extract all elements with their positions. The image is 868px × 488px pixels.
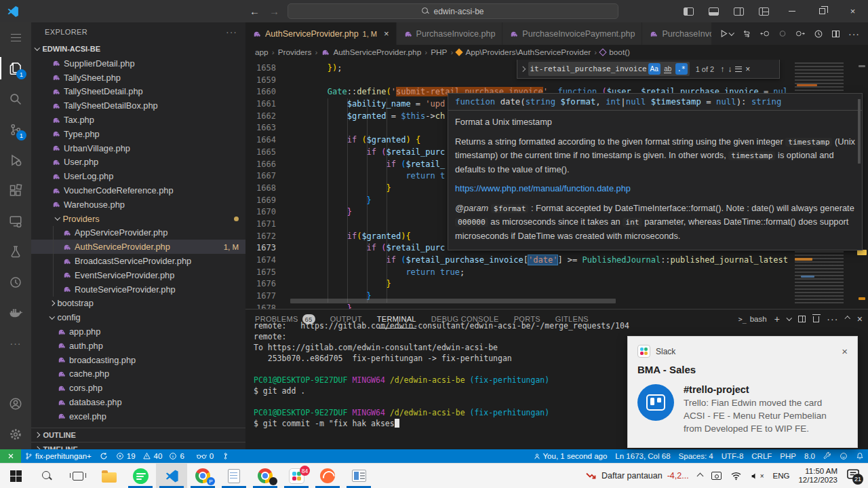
slack-notification-toast[interactable]: Slack × BMA - Sales #trello-project Trel…	[627, 336, 858, 448]
file-row[interactable]: Tax.php	[31, 113, 245, 127]
run-button[interactable]	[719, 29, 734, 38]
tooltip-scrollbar[interactable]	[858, 99, 861, 164]
horizontal-scrollbar[interactable]	[290, 299, 616, 303]
next-match-icon[interactable]: ↓	[728, 64, 732, 74]
indentation-setting[interactable]: Spaces: 4	[675, 449, 717, 463]
toggle-secondary-sidebar-icon[interactable]	[734, 7, 744, 16]
folder-row[interactable]: config	[31, 310, 245, 324]
more-views-icon[interactable]: ···	[0, 328, 31, 358]
file-row[interactable]: User.php	[31, 155, 245, 170]
file-row[interactable]: EventServiceProvider.php	[31, 268, 245, 282]
language-mode[interactable]: PHP	[776, 449, 800, 463]
file-explorer-icon[interactable]	[94, 464, 125, 488]
tray-expand-icon[interactable]	[696, 472, 703, 479]
file-row[interactable]: VoucherCodeReference.php	[31, 183, 245, 198]
close-panel-icon[interactable]: ×	[857, 314, 863, 324]
customize-layout-icon[interactable]	[759, 7, 769, 16]
editor-tab[interactable]: PurchaseInvoicePayment.php	[502, 22, 642, 45]
sync-changes-icon[interactable]	[742, 29, 751, 39]
back-button[interactable]: ←	[250, 5, 260, 17]
chrome-profile2-icon[interactable]	[250, 464, 281, 488]
split-editor-icon[interactable]	[832, 31, 840, 37]
volume-muted-icon[interactable]: ×	[751, 472, 764, 481]
run-dropdown-icon[interactable]	[728, 30, 734, 35]
toast-close-icon[interactable]: ×	[842, 345, 848, 357]
folder-row[interactable]: bootstrap	[31, 297, 245, 311]
slack-taskbar-icon[interactable]: 84	[281, 464, 312, 488]
whole-word-toggle[interactable]: ab	[662, 63, 674, 75]
previous-change-icon[interactable]	[760, 29, 770, 38]
spotify-icon[interactable]	[125, 464, 156, 488]
toggle-panel-icon[interactable]	[709, 7, 719, 16]
find-input[interactable]: it-retail_purchase_invoice Aa ab .*	[528, 62, 690, 76]
file-row[interactable]: BroadcastServiceProvider.php	[31, 254, 245, 268]
menu-icon[interactable]	[0, 22, 31, 53]
php-version[interactable]: 8.0	[800, 449, 819, 463]
feedback-icon[interactable]	[835, 449, 852, 463]
notifications-bell-icon[interactable]	[852, 449, 868, 463]
code-editor[interactable]: 1658 });16591660 Gate::define('submit-re…	[245, 60, 868, 309]
problems-indicator[interactable]: 19 40 6	[112, 449, 193, 463]
code-line[interactable]: 1676 }	[245, 278, 868, 290]
blame-indicator[interactable]: You, 1 second ago	[530, 449, 612, 463]
cursor-position[interactable]: Ln 1673, Col 68	[611, 449, 674, 463]
toggle-sidebar-icon[interactable]	[684, 7, 694, 16]
code-line[interactable]: 1678 }	[245, 303, 868, 309]
remote-explorer-icon[interactable]	[0, 206, 31, 236]
php-manual-link[interactable]: https://www.php.net/manual/function.date…	[455, 183, 631, 193]
file-row[interactable]: Warehouse.php	[31, 198, 245, 212]
account-icon[interactable]	[0, 388, 31, 419]
code-line[interactable]: 1674 if ($retail_purchase_invoice['date'…	[245, 255, 868, 267]
file-row[interactable]: AppServiceProvider.php	[31, 226, 245, 240]
tab-close-icon[interactable]: ×	[384, 29, 389, 39]
file-row[interactable]: AuthServiceProvider.php1, M	[31, 240, 245, 254]
explorer-icon[interactable]: 1	[0, 53, 31, 83]
clock[interactable]: 11:50 AM 12/12/2023	[798, 467, 837, 485]
extensions-icon[interactable]	[0, 175, 31, 206]
postman-icon[interactable]	[312, 464, 343, 488]
editor-tab[interactable]: AuthServiceProvider.php1, M×	[245, 22, 397, 45]
encoding-setting[interactable]: UTF-8	[717, 449, 748, 463]
folder-row[interactable]: Providers	[31, 212, 245, 226]
minimize-button[interactable]	[776, 0, 807, 22]
file-row[interactable]: excel.php	[31, 409, 245, 424]
explorer-more-icon[interactable]: ···	[226, 26, 237, 37]
source-control-icon[interactable]: 1	[0, 114, 31, 145]
stocks-widget[interactable]: Daftar pantauan -4,2...	[586, 471, 689, 481]
file-row[interactable]: TallySheetDetail.php	[31, 85, 245, 99]
file-row[interactable]: app.php	[31, 324, 245, 339]
forward-button[interactable]: →	[269, 5, 279, 17]
code-line[interactable]: 1675 return true;	[245, 267, 868, 279]
file-row[interactable]: database.php	[31, 395, 245, 409]
expand-replace-icon[interactable]	[520, 67, 526, 72]
tray-app-icon[interactable]	[711, 472, 722, 480]
file-row[interactable]: UserLog.php	[31, 169, 245, 183]
workspace-root[interactable]: EDWIN-ACSI-BE	[31, 41, 245, 56]
run-debug-icon[interactable]	[0, 145, 31, 175]
search-view-icon[interactable]	[0, 83, 31, 114]
settings-gear-icon[interactable]	[0, 419, 31, 449]
file-row[interactable]: broadcasting.php	[31, 353, 245, 367]
editor-more-icon[interactable]: ···	[848, 29, 860, 39]
history-icon[interactable]	[0, 267, 31, 297]
file-row[interactable]: cors.php	[31, 381, 245, 395]
editor-tab[interactable]: PurchaseInvoice.php	[397, 22, 503, 45]
breadcrumb-item[interactable]: PHP	[431, 48, 447, 57]
close-button[interactable]: ×	[837, 0, 868, 22]
file-row[interactable]: TallySheet.php	[31, 71, 245, 85]
task-view-icon[interactable]	[62, 464, 94, 488]
notepad-icon[interactable]	[218, 464, 250, 488]
notification-center-icon[interactable]: 21	[846, 468, 861, 483]
next-change-icon[interactable]	[795, 29, 805, 38]
start-button[interactable]	[0, 464, 31, 488]
remote-indicator[interactable]	[0, 449, 21, 463]
file-row[interactable]: TallySheetDetailBox.php	[31, 98, 245, 113]
chrome-profile1-icon[interactable]: P	[187, 464, 218, 488]
file-row[interactable]: UrbanVillage.php	[31, 141, 245, 155]
regex-toggle[interactable]: .*	[675, 63, 688, 75]
find-in-selection-icon[interactable]	[735, 67, 742, 72]
breadcrumb-item[interactable]: App\Providers\AuthServiceProvider	[465, 48, 591, 57]
gitlens-indicator[interactable]	[218, 449, 233, 463]
taskbar-search-icon[interactable]	[31, 464, 62, 488]
wifi-icon[interactable]	[730, 471, 742, 481]
